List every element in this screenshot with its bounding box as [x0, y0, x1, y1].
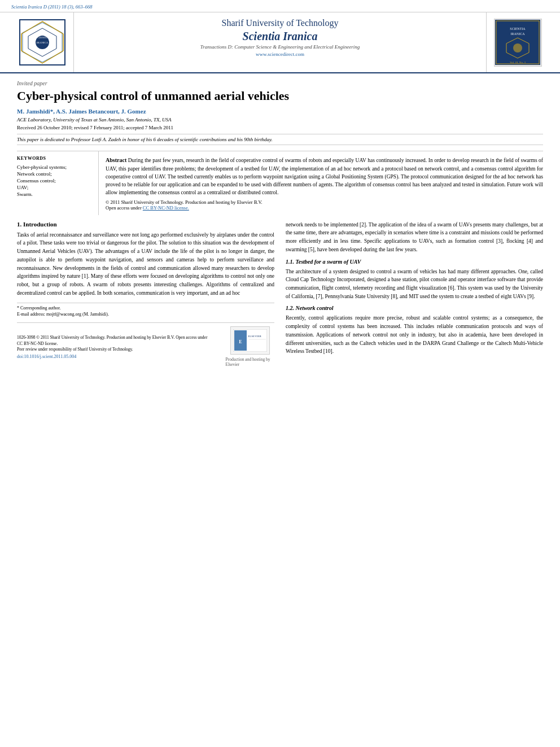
doi-line: doi:10.1016/j.scient.2011.05.004	[17, 354, 208, 359]
keyword-3: Consensus control;	[17, 178, 93, 184]
sub2-text: Recently, control applications require m…	[286, 314, 543, 356]
keyword-1: Cyber-physical systems;	[17, 164, 93, 170]
journal-citation: Scientia Iranica D (2011) 18 (3), 663–66…	[11, 4, 93, 10]
journal-cover-image: SCIENTIA IRANICA Vol. 18, No. 3	[494, 19, 542, 67]
footer-text-block: 1026-3098 © 2011 Sharif University of Te…	[17, 335, 208, 359]
svg-line-7	[21, 21, 42, 34]
copyright-line: © 2011 Sharif University of Technology. …	[106, 199, 543, 205]
sub1-text: The architecture of a system designed to…	[286, 268, 543, 301]
intro-text-1: Tasks of aerial reconnaissance and surve…	[17, 231, 274, 298]
svg-text:SCIENTIA: SCIENTIA	[36, 36, 49, 39]
abstract-label: Abstract	[106, 157, 126, 163]
footnote-email: E-mail address: mojtf@wacong.org (M. Jam…	[17, 312, 274, 317]
keyword-5: Swarm.	[17, 191, 93, 197]
paper-title: Cyber-physical control of unmanned aeria…	[17, 89, 543, 103]
abstract-section: KEYWORDS Cyber-physical systems; Network…	[17, 151, 543, 215]
dates: Received 26 October 2010; revised 7 Febr…	[17, 125, 543, 130]
cc-license-link[interactable]: CC BY-NC-ND license.	[143, 205, 189, 211]
journal-cover-right: SCIENTIA IRANICA Vol. 18, No. 3	[487, 12, 549, 72]
svg-text:SCIENTIA: SCIENTIA	[510, 27, 526, 30]
svg-point-18	[513, 43, 522, 53]
svg-text:E: E	[239, 339, 242, 344]
left-column: 1. Introduction Tasks of aerial reconnai…	[17, 221, 274, 368]
journal-url: www.sciencedirect.com	[85, 51, 475, 57]
footer-section: 1026-3098 © 2011 Sharif University of Te…	[17, 322, 274, 367]
authors: M. Jamshidi*, A.S. Jaimes Betancourt, J.…	[17, 108, 543, 115]
abstract-text-box: Abstract During the past few years, rese…	[106, 151, 543, 215]
two-column-body: 1. Introduction Tasks of aerial reconnai…	[17, 221, 543, 368]
footer-peer-review: Peer review under responsibility of Shar…	[17, 347, 208, 353]
intro-heading: 1. Introduction	[17, 221, 274, 228]
keywords-title: KEYWORDS	[17, 156, 93, 161]
abstract-body: During the past few years, research in t…	[106, 158, 543, 195]
journal-header: SCIENTIA IRANICA Sharif University of Te…	[0, 12, 560, 73]
svg-text:ELSEVIER: ELSEVIER	[248, 335, 261, 338]
footnote-star: * Corresponding author.	[17, 305, 274, 311]
keywords-box: KEYWORDS Cyber-physical systems; Network…	[17, 151, 99, 215]
sub1-heading: 1.1. Testbed for a swarm of UAV	[286, 259, 543, 265]
journal-subtitle: Transactions D: Computer Science & Engin…	[85, 44, 475, 50]
journal-citation-bar: Scientia Iranica D (2011) 18 (3), 663–66…	[0, 0, 560, 12]
svg-line-10	[42, 51, 63, 63]
open-access-line: Open access under CC BY-NC-ND license.	[106, 205, 543, 211]
elsevier-logo: E ELSEVIER	[230, 326, 270, 355]
main-content: Invited paper Cyber-physical control of …	[0, 73, 560, 374]
si-logo-svg: SCIENTIA IRANICA	[17, 17, 68, 68]
sub2-heading: 1.2. Network control	[286, 305, 543, 311]
journal-name: Scientia Iranica	[85, 30, 475, 43]
svg-line-8	[42, 21, 63, 34]
abstract-paragraph: Abstract During the past few years, rese…	[106, 156, 543, 196]
invited-label: Invited paper	[17, 80, 543, 86]
keyword-2: Network control;	[17, 171, 93, 177]
svg-text:IRANICA: IRANICA	[37, 41, 49, 44]
footnote-section: * Corresponding author. E-mail address: …	[17, 303, 274, 317]
intro-text-2: network needs to be implemented [2]. The…	[286, 221, 543, 254]
scientia-iranica-logo-left: SCIENTIA IRANICA	[11, 12, 73, 72]
svg-line-11	[21, 51, 42, 63]
dedication: This paper is dedicated to Professor Lot…	[17, 134, 543, 145]
university-name: Sharif University of Technology	[85, 18, 475, 28]
right-column: network needs to be implemented [2]. The…	[286, 221, 543, 368]
affiliation: ACE Laboratory, University of Texas at S…	[17, 117, 543, 123]
footer-issn: 1026-3098 © 2011 Sharif University of Te…	[17, 335, 208, 347]
page: Scientia Iranica D (2011) 18 (3), 663–66…	[0, 0, 560, 374]
keyword-4: UAV;	[17, 185, 93, 190]
journal-header-center: Sharif University of Technology Scientia…	[73, 12, 487, 72]
svg-text:IRANICA: IRANICA	[511, 32, 526, 36]
elsevier-label: Production and hosting by Elsevier	[226, 357, 274, 367]
